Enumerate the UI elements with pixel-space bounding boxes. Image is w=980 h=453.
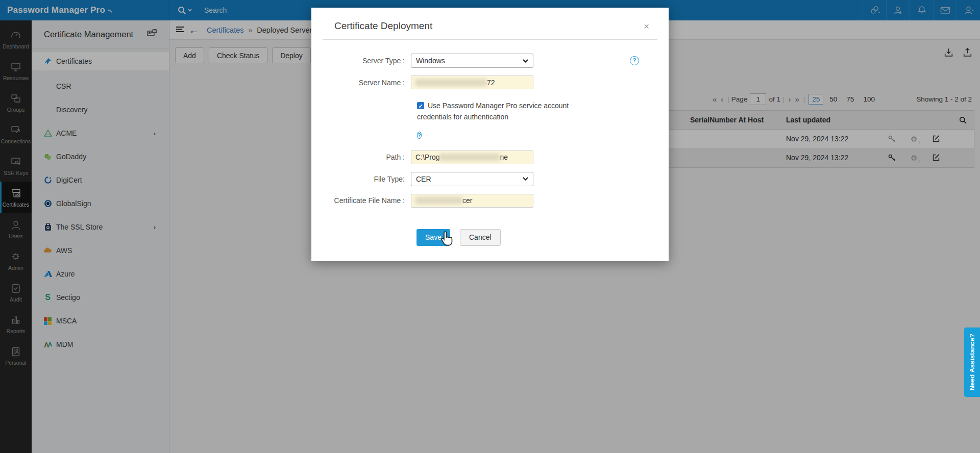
chevron-down-icon bbox=[523, 177, 528, 181]
file-type-row: File Type: CER bbox=[311, 172, 669, 186]
path-row: Path : C:\Prog ne bbox=[311, 150, 669, 164]
path-input[interactable]: C:\Prog ne bbox=[411, 150, 533, 164]
certificate-deployment-modal: Certificate Deployment × Server Type : W… bbox=[311, 8, 669, 261]
service-account-label: Use Password Manager Pro service account… bbox=[417, 102, 569, 121]
file-type-select[interactable]: CER bbox=[411, 172, 533, 186]
help-icon[interactable]: ? bbox=[417, 132, 422, 139]
server-name-row: Server Name : 72 bbox=[311, 76, 669, 89]
modal-title: Certificate Deployment bbox=[334, 20, 432, 32]
chevron-down-icon bbox=[523, 59, 528, 63]
path-label: Path : bbox=[311, 153, 411, 161]
help-icon[interactable]: ? bbox=[630, 56, 639, 65]
server-name-label: Server Name : bbox=[311, 79, 411, 87]
service-account-checkbox[interactable] bbox=[417, 102, 424, 109]
cert-file-name-input[interactable]: cer bbox=[411, 194, 533, 208]
server-type-label: Server Type : bbox=[311, 57, 411, 65]
save-button[interactable]: Save bbox=[416, 229, 450, 246]
redacted-cert-file bbox=[415, 197, 462, 204]
service-account-option: Use Password Manager Pro service account… bbox=[417, 100, 603, 123]
cancel-button[interactable]: Cancel bbox=[460, 229, 501, 246]
file-type-label: File Type: bbox=[311, 175, 411, 183]
redacted-path bbox=[439, 154, 500, 161]
server-type-select[interactable]: Windows bbox=[411, 54, 533, 68]
cert-file-name-row: Certificate File Name : cer bbox=[311, 194, 669, 208]
need-assistance-tab[interactable]: Need Assistance? bbox=[964, 328, 980, 397]
redacted-server-name bbox=[415, 79, 487, 86]
cert-file-name-label: Certificate File Name : bbox=[311, 196, 411, 205]
close-icon[interactable]: × bbox=[644, 21, 649, 31]
server-name-input[interactable]: 72 bbox=[411, 76, 533, 89]
server-type-row: Server Type : Windows ? bbox=[311, 54, 669, 68]
